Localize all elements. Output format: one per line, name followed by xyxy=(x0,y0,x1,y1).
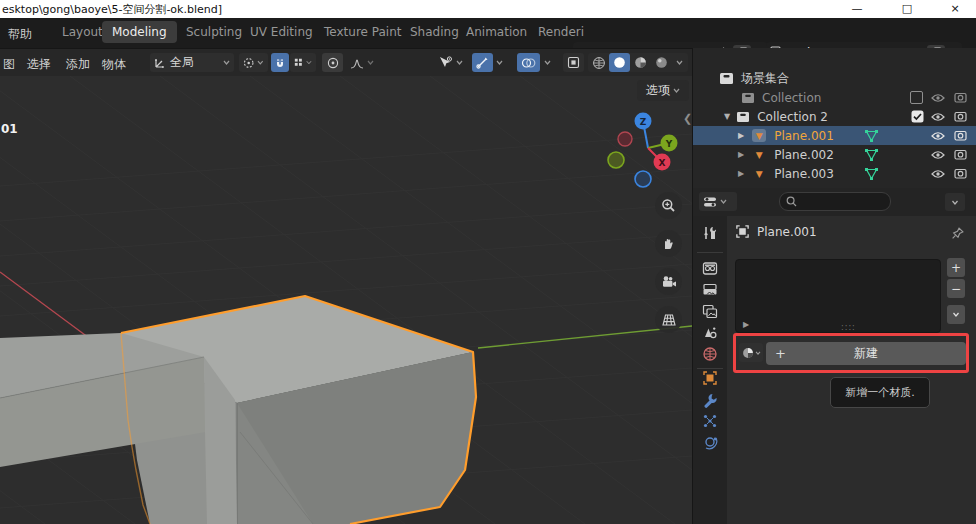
viewport-zoom-button[interactable] xyxy=(655,192,682,219)
disclosure-collapsed-icon[interactable]: ▶ xyxy=(738,169,744,178)
browse-material-dropdown[interactable] xyxy=(739,343,763,362)
viewport-options-dropdown[interactable]: 选项 xyxy=(637,80,689,101)
shading-wireframe-button[interactable] xyxy=(588,53,609,72)
panel-expand-icon[interactable]: ▶ xyxy=(743,320,749,329)
workspace-tab-uv-editing[interactable]: UV Editing xyxy=(240,21,323,43)
select-menu[interactable]: 选择 xyxy=(27,56,51,73)
disclosure-expanded-icon[interactable]: ▼ xyxy=(724,112,730,121)
gizmo-axis-neg-x[interactable] xyxy=(618,132,632,146)
outliner-label: Collection xyxy=(762,91,821,105)
close-button[interactable]: × xyxy=(938,0,972,18)
xray-toggle[interactable] xyxy=(563,53,584,72)
visibility-dropdown[interactable] xyxy=(434,53,470,72)
chevron-down-icon xyxy=(951,200,959,205)
mesh-data-icon xyxy=(864,148,879,162)
maximize-button[interactable]: □ xyxy=(890,0,924,18)
new-material-button[interactable]: + 新建 xyxy=(766,342,966,365)
titlebar: esktop\gong\baoye\5-空间分割-ok.blend] — □ × xyxy=(0,0,976,18)
viewport-camera-button[interactable] xyxy=(655,268,682,295)
viewport-ortho-button[interactable] xyxy=(655,306,682,333)
camera-visibility-icon[interactable] xyxy=(954,130,967,141)
overlays-dropdown-chevron[interactable] xyxy=(544,60,551,65)
remove-material-slot-button[interactable]: − xyxy=(947,279,965,298)
eye-icon[interactable] xyxy=(931,131,945,141)
topbar: 帮助 Layout Modeling Sculpting UV Editing … xyxy=(0,18,976,48)
tab-output-icon[interactable] xyxy=(702,283,718,298)
proportional-editing-toggle[interactable] xyxy=(322,53,343,72)
workspace-tab-animation[interactable]: Animation xyxy=(456,21,537,43)
shading-dropdown-chevron[interactable] xyxy=(672,53,686,72)
tab-physics-icon[interactable] xyxy=(702,434,718,450)
shading-material-button[interactable] xyxy=(630,53,651,72)
tab-world-icon[interactable] xyxy=(702,346,718,362)
outliner-row-plane002[interactable]: ▶ ▼ Plane.002 xyxy=(693,145,976,164)
gizmo-axis-neg-y[interactable] xyxy=(608,152,624,168)
gizmo-axis-neg-z[interactable] xyxy=(635,171,651,187)
workspace-tab-texture-paint[interactable]: Texture Paint xyxy=(314,21,411,43)
camera-visibility-icon[interactable] xyxy=(954,149,967,160)
snap-with-dropdown[interactable] xyxy=(290,53,316,72)
camera-visibility-icon[interactable] xyxy=(954,168,967,179)
help-menu[interactable]: 帮助 xyxy=(2,23,38,46)
tab-tool-icon[interactable] xyxy=(702,225,718,241)
mesh-data-icon xyxy=(864,167,879,181)
properties-options-dropdown[interactable] xyxy=(945,193,965,211)
overlays-toggle[interactable] xyxy=(517,53,540,72)
properties-editor-type-dropdown[interactable] xyxy=(699,192,737,211)
eye-icon[interactable] xyxy=(931,150,945,160)
region-collapse-icon[interactable]: ❮ xyxy=(683,112,692,125)
disclosure-collapsed-icon[interactable]: ▶ xyxy=(738,150,744,159)
outliner-row-plane003[interactable]: ▶ ▼ Plane.003 xyxy=(693,164,976,183)
eye-icon[interactable] xyxy=(931,169,945,179)
material-slot-list[interactable] xyxy=(735,259,941,333)
pivot-point-dropdown[interactable] xyxy=(239,53,268,72)
tab-particles-icon[interactable] xyxy=(702,413,718,429)
eye-icon[interactable] xyxy=(931,93,945,103)
outliner-row-collection[interactable]: Collection xyxy=(693,88,976,107)
view-menu[interactable]: 图 xyxy=(3,56,15,73)
minimize-button[interactable]: — xyxy=(840,0,874,18)
zoom-icon xyxy=(661,198,676,213)
material-specials-dropdown[interactable] xyxy=(947,305,965,324)
shading-rendered-button[interactable] xyxy=(651,53,672,72)
snap-toggle[interactable] xyxy=(271,53,289,72)
outliner-row-plane001[interactable]: ▶ ▼ Plane.001 xyxy=(693,126,976,145)
properties-tab-strip xyxy=(693,216,727,524)
disclosure-collapsed-icon[interactable]: ▶ xyxy=(738,131,744,140)
collection-icon xyxy=(736,111,750,123)
camera-visibility-icon[interactable] xyxy=(954,111,967,122)
eye-icon[interactable] xyxy=(931,112,945,122)
tab-modifiers-icon[interactable] xyxy=(702,392,718,408)
exclude-checkbox-checked[interactable] xyxy=(911,110,924,123)
tab-view-layer-icon[interactable] xyxy=(702,304,718,319)
camera-visibility-icon[interactable] xyxy=(954,92,967,103)
proportional-falloff-dropdown[interactable] xyxy=(346,53,378,72)
tab-scene-icon[interactable] xyxy=(702,325,718,341)
blender-window: esktop\gong\baoye\5-空间分割-ok.blend] — □ ×… xyxy=(0,0,976,524)
workspace-tab-modeling[interactable]: Modeling xyxy=(102,21,177,43)
properties-search-input[interactable] xyxy=(779,192,891,211)
gizmo-toggle[interactable] xyxy=(472,53,493,72)
tab-object-icon[interactable] xyxy=(702,370,718,386)
workspace-tab-render[interactable]: Renderi xyxy=(528,21,594,43)
exclude-checkbox-unchecked[interactable] xyxy=(910,91,923,104)
shading-solid-button[interactable] xyxy=(609,53,630,72)
add-material-slot-button[interactable]: + xyxy=(947,258,965,277)
gizmo-dropdown-chevron[interactable] xyxy=(496,60,503,65)
breadcrumb-object-name: Plane.001 xyxy=(757,225,817,239)
chevron-down-icon xyxy=(456,60,463,65)
viewport-3d[interactable]: Z Y X 选项 01 ❮ xyxy=(0,76,692,524)
outliner-label: 场景集合 xyxy=(741,70,789,87)
outliner-row-scene-collection[interactable]: 场景集合 xyxy=(693,69,976,88)
add-menu[interactable]: 添加 xyxy=(66,56,90,73)
pin-id-icon[interactable] xyxy=(951,226,965,240)
wireframe-icon xyxy=(592,56,606,70)
transform-orientation-dropdown[interactable]: 全局 xyxy=(150,53,234,72)
outliner-label: Collection 2 xyxy=(757,110,828,124)
viewport-pan-button[interactable] xyxy=(655,230,682,257)
outliner-row-collection2[interactable]: ▼ Collection 2 xyxy=(693,107,976,126)
object-menu[interactable]: 物体 xyxy=(102,56,126,73)
tab-render-icon[interactable] xyxy=(702,261,718,276)
resize-grip[interactable]: :::: xyxy=(841,323,856,332)
snap-grid-icon xyxy=(294,57,303,68)
